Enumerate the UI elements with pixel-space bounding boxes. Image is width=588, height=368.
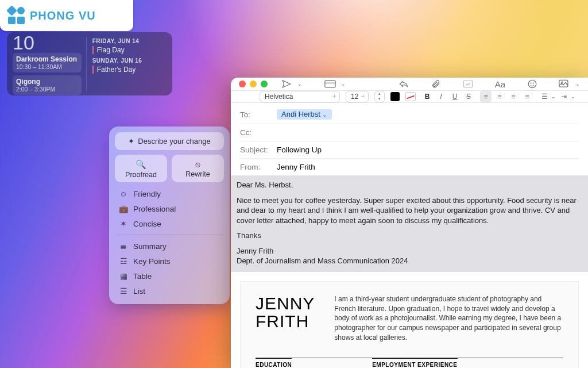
font-size-select[interactable]: 12 <box>346 91 369 102</box>
markup-button[interactable] <box>462 78 474 90</box>
header-menu-chevron-icon[interactable]: ⌄ <box>341 81 346 87</box>
close-window-button[interactable] <box>239 80 246 87</box>
minimize-window-button[interactable] <box>250 80 257 87</box>
from-label: From: <box>240 163 277 171</box>
align-left-button[interactable]: ≡ <box>480 91 492 102</box>
keypoints-icon: ☲ <box>119 256 128 266</box>
format-bar: Helvetica 12 ▴▾ B I U S ≡ ≡ ≡ ≡ ☰⌄ ⇥⌄ <box>231 91 588 103</box>
calendar-event-title: Darkroom Session <box>16 55 78 63</box>
list-icon: ☰ <box>119 286 128 296</box>
calendar-day-header: FRIDAY, JUN 14 <box>92 38 167 44</box>
rewrite-icon: ⍉ <box>174 159 222 169</box>
body-greeting: Dear Ms. Herbst, <box>237 180 582 190</box>
calendar-event-time: 10:30 – 11:30AM <box>16 63 78 70</box>
tone-friendly[interactable]: ☺Friendly <box>115 187 224 201</box>
proofread-label: Proofread <box>125 171 157 179</box>
subject-label: Subject: <box>240 145 277 154</box>
mail-compose-window: ⌄ ⌄ Aa ⌄ Helvetica 12 ▴▾ B I U S ≡ ≡ <box>231 78 588 368</box>
transform-table[interactable]: ▦Table <box>115 269 224 283</box>
transform-list[interactable]: ☰List <box>115 283 224 298</box>
brand-name: PHONG VU <box>30 9 96 22</box>
text-color-swatch[interactable] <box>390 92 400 101</box>
body-thanks: Thanks <box>237 231 582 241</box>
send-menu-chevron-icon[interactable]: ⌄ <box>297 81 302 87</box>
svg-point-4 <box>531 83 531 83</box>
format-button[interactable]: Aa <box>494 78 506 90</box>
tone-professional[interactable]: 💼Professional <box>115 201 224 216</box>
calendar-holiday: Father's Day <box>92 66 167 74</box>
header-fields: To: Andi Herbst Cc: Subject: Following U… <box>231 103 588 175</box>
summary-icon: ≣ <box>119 241 128 251</box>
svg-rect-2 <box>464 80 473 87</box>
resume-section-education: EDUCATION <box>256 358 292 368</box>
body-paragraph: Nice to meet you for coffee yesterday. S… <box>237 195 582 226</box>
from-row[interactable]: From: Jenny Frith <box>240 159 579 175</box>
tone-concise[interactable]: ✶Concise <box>115 216 224 231</box>
photo-menu-chevron-icon[interactable]: ⌄ <box>575 81 580 87</box>
list-style-button[interactable]: ☰ <box>539 91 550 102</box>
reply-button[interactable] <box>397 78 410 90</box>
subject-value: Following Up <box>277 145 322 154</box>
sparkle-icon: ✦ <box>128 137 134 145</box>
describe-change-button[interactable]: ✦ Describe your change <box>115 132 224 150</box>
strikethrough-button[interactable]: S <box>463 91 474 102</box>
align-right-button[interactable]: ≡ <box>508 91 519 102</box>
transform-summary[interactable]: ≣Summary <box>115 239 224 254</box>
writing-tools-panel: ✦ Describe your change 🔍 Proofread ⍉ Rew… <box>109 126 230 304</box>
svg-rect-0 <box>325 80 335 87</box>
cc-label: Cc: <box>240 128 277 137</box>
briefcase-icon: 💼 <box>119 204 128 213</box>
svg-point-7 <box>562 82 563 83</box>
font-size-stepper[interactable]: ▴▾ <box>374 91 385 102</box>
background-color-swatch[interactable] <box>405 92 416 101</box>
to-row[interactable]: To: Andi Herbst <box>240 105 579 124</box>
send-button[interactable] <box>280 78 293 90</box>
bold-button[interactable]: B <box>421 91 433 102</box>
resume-name: JENNY FRITH <box>256 294 315 343</box>
calendar-event[interactable]: Qigong 2:00 – 3:30PM <box>13 75 82 95</box>
signature-name: Jenny Frith <box>237 246 582 256</box>
rewrite-button[interactable]: ⍉ Rewrite <box>172 155 224 182</box>
calendar-event[interactable]: Darkroom Session 10:30 – 11:30AM <box>13 53 82 72</box>
to-recipient-pill[interactable]: Andi Herbst <box>277 109 332 120</box>
describe-change-label: Describe your change <box>138 137 210 145</box>
attachment-preview[interactable]: JENNY FRITH I am a third-year student un… <box>240 281 579 368</box>
header-fields-button[interactable] <box>324 78 336 90</box>
indent-button[interactable]: ⇥ <box>558 91 570 102</box>
attach-button[interactable] <box>430 78 442 90</box>
align-center-button[interactable]: ≡ <box>494 91 505 102</box>
message-body[interactable]: Dear Ms. Herbst, Nice to meet you for co… <box>231 175 588 272</box>
svg-point-3 <box>528 80 536 88</box>
traffic-lights <box>239 80 268 87</box>
mail-titlebar: ⌄ ⌄ Aa ⌄ <box>231 78 588 91</box>
rewrite-label: Rewrite <box>185 170 210 178</box>
calendar-date-number: 10 <box>13 37 82 48</box>
calendar-event-time: 2:00 – 3:30PM <box>16 86 78 93</box>
signature-dept: Dept. of Journalism and Mass Communicati… <box>237 256 582 266</box>
calendar-day-header: SUNDAY, JUN 16 <box>92 57 167 64</box>
cc-row[interactable]: Cc: <box>240 124 579 141</box>
brand-logo-icon <box>8 7 25 24</box>
divider <box>116 235 223 235</box>
calendar-widget[interactable]: 10 Darkroom Session 10:30 – 11:30AM Qigo… <box>7 32 172 95</box>
brand-overlay: PHONG VU <box>0 0 133 31</box>
align-justify-button[interactable]: ≡ <box>521 91 533 102</box>
font-family-select[interactable]: Helvetica <box>260 91 340 102</box>
transform-key-points[interactable]: ☲Key Points <box>115 254 224 269</box>
smile-icon: ☺ <box>119 190 128 198</box>
list-menu-chevron-icon[interactable]: ⌄ <box>551 94 556 99</box>
sparkle-icon: ✶ <box>119 219 128 228</box>
italic-button[interactable]: I <box>435 91 447 102</box>
emoji-button[interactable] <box>526 78 539 90</box>
indent-menu-chevron-icon[interactable]: ⌄ <box>571 94 575 99</box>
resume-section-employment: EMPLOYMENT EXPERIENCE <box>372 358 457 368</box>
calendar-holiday: Flag Day <box>92 46 167 54</box>
underline-button[interactable]: U <box>449 91 461 102</box>
magnify-icon: 🔍 <box>117 159 165 170</box>
subject-row[interactable]: Subject: Following Up <box>240 141 579 159</box>
photo-browser-button[interactable] <box>558 78 571 90</box>
proofread-button[interactable]: 🔍 Proofread <box>115 155 167 182</box>
zoom-window-button[interactable] <box>261 80 268 87</box>
calendar-event-title: Qigong <box>16 78 78 86</box>
svg-point-5 <box>533 83 534 83</box>
